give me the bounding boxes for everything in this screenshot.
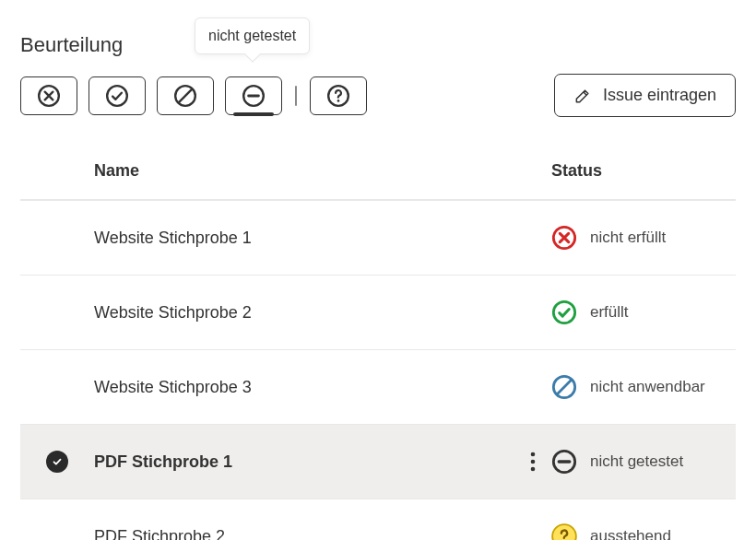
- header-name: Name: [94, 161, 514, 181]
- question-circle-icon: [551, 523, 577, 540]
- status-label: nicht anwendbar: [590, 378, 705, 396]
- svg-point-13: [531, 460, 536, 464]
- table-row[interactable]: Website Stichprobe 1nicht erfüllt: [20, 200, 736, 275]
- svg-point-14: [531, 467, 536, 472]
- row-name: Website Stichprobe 3: [94, 378, 514, 397]
- row-name: PDF Stichprobe 2: [94, 527, 514, 541]
- rating-not-applicable-button[interactable]: [157, 76, 214, 115]
- svg-point-7: [337, 100, 340, 102]
- svg-point-1: [107, 86, 127, 106]
- issue-button-label: Issue eintragen: [603, 86, 716, 105]
- check-circle-icon: [105, 84, 129, 108]
- slash-circle-icon: [173, 84, 197, 108]
- status-label: nicht erfüllt: [590, 229, 666, 247]
- row-name: Website Stichprobe 2: [94, 303, 514, 323]
- check-circle-icon: [551, 299, 577, 325]
- rating-toolbar: Issue eintragen: [20, 74, 736, 117]
- selected-mark-icon: [46, 451, 68, 473]
- slash-circle-icon: [551, 374, 577, 400]
- rating-help-button[interactable]: [310, 76, 367, 115]
- tooltip-not-tested: nicht getestet: [195, 18, 310, 54]
- section-title: Beurteilung: [20, 33, 736, 57]
- header-status: Status: [551, 161, 736, 181]
- question-circle-icon: [326, 84, 350, 108]
- edit-icon: [573, 87, 592, 105]
- rating-not-tested-button[interactable]: [225, 76, 282, 115]
- x-circle-icon: [551, 225, 577, 251]
- x-circle-icon: [37, 84, 61, 108]
- minus-circle-icon: [242, 84, 266, 108]
- table-row[interactable]: Website Stichprobe 3nicht anwendbar: [20, 349, 736, 424]
- toolbar-divider: [295, 86, 297, 106]
- rating-not-fulfilled-button[interactable]: [20, 76, 77, 115]
- row-name: PDF Stichprobe 1: [94, 452, 514, 472]
- issue-button[interactable]: Issue eintragen: [554, 74, 736, 117]
- table-row[interactable]: Website Stichprobe 2erfüllt: [20, 275, 736, 349]
- table-header: Name Status: [20, 143, 736, 200]
- status-label: nicht getestet: [590, 452, 683, 471]
- table-row[interactable]: PDF Stichprobe 2ausstehend: [20, 499, 736, 540]
- row-name: Website Stichprobe 1: [94, 229, 514, 248]
- svg-line-3: [178, 88, 192, 102]
- svg-point-12: [531, 452, 536, 457]
- status-label: erfüllt: [590, 303, 629, 322]
- kebab-menu-icon[interactable]: [530, 452, 536, 472]
- status-label: ausstehend: [590, 527, 671, 540]
- rating-fulfilled-button[interactable]: [89, 76, 146, 115]
- table-row[interactable]: PDF Stichprobe 1nicht getestet: [20, 424, 736, 499]
- samples-table: Name Status Website Stichprobe 1nicht er…: [20, 143, 736, 540]
- minus-circle-icon: [551, 449, 577, 475]
- svg-line-11: [557, 380, 572, 394]
